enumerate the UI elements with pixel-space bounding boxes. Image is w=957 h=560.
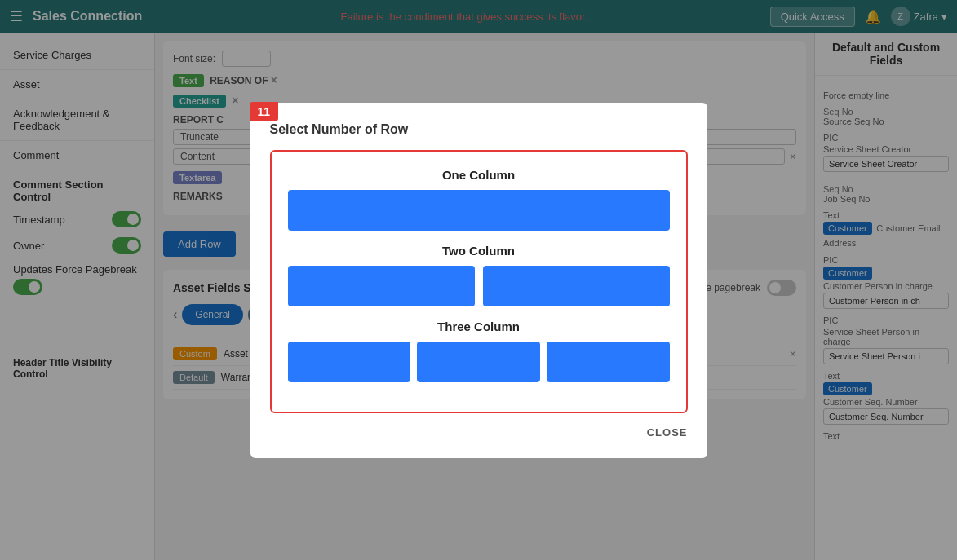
modal-close-button[interactable]: CLOSE bbox=[647, 426, 688, 439]
one-column-title: One Column bbox=[288, 168, 670, 182]
three-column-option[interactable]: Three Column bbox=[288, 320, 670, 382]
col-bar-3c bbox=[547, 342, 670, 382]
two-column-option[interactable]: Two Column bbox=[288, 244, 670, 306]
two-column-preview bbox=[288, 266, 670, 306]
col-bar-2a bbox=[288, 266, 475, 306]
one-column-option[interactable]: One Column bbox=[288, 168, 670, 231]
modal: 11 Select Number of Row One Column Two C… bbox=[250, 103, 707, 458]
modal-close-row: CLOSE bbox=[270, 426, 688, 439]
modal-column-options: One Column Two Column bbox=[270, 150, 688, 413]
col-bar-3b bbox=[417, 342, 540, 382]
modal-badge: 11 bbox=[250, 102, 279, 121]
col-bar-3a bbox=[288, 342, 411, 382]
modal-title: Select Number of Row bbox=[270, 122, 688, 137]
col-bar-1 bbox=[288, 190, 670, 231]
three-column-title: Three Column bbox=[288, 320, 670, 333]
three-column-preview bbox=[288, 342, 670, 382]
two-column-title: Two Column bbox=[288, 244, 670, 258]
col-bar-2b bbox=[483, 266, 670, 306]
modal-overlay[interactable]: 11 Select Number of Row One Column Two C… bbox=[0, 0, 957, 560]
one-column-preview bbox=[288, 190, 670, 231]
